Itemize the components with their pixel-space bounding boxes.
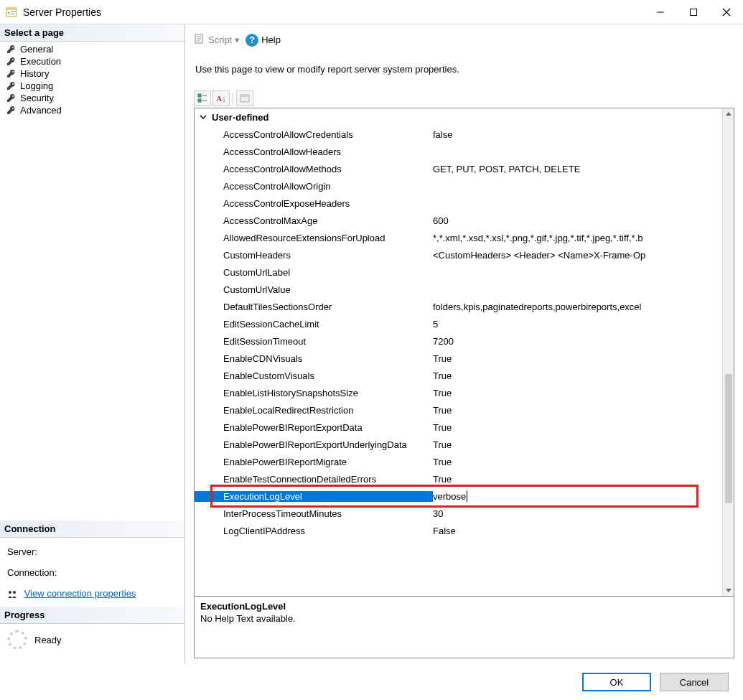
property-category-row[interactable]: User-defined (195, 108, 711, 126)
property-name: EnableCDNVisuals (195, 353, 433, 364)
property-value[interactable]: 600 (433, 215, 711, 226)
titlebar: Server Properties (0, 0, 743, 24)
property-row[interactable]: AccessControlAllowCredentialsfalse (195, 126, 711, 143)
property-row[interactable]: EnablePowerBIReportExportDataTrue (195, 419, 711, 436)
script-button[interactable]: Script ▾ (194, 33, 240, 47)
property-row[interactable]: AccessControlExposeHeaders (195, 195, 711, 212)
connection-label: Connection: (7, 567, 57, 578)
chevron-down-icon (199, 113, 207, 121)
property-row[interactable]: AllowedResourceExtensionsForUpload*,*.xm… (195, 229, 711, 246)
svg-rect-4 (11, 14, 14, 14)
property-value[interactable]: 5 (433, 319, 711, 330)
cancel-button[interactable]: Cancel (660, 673, 729, 691)
property-name: EnableLocalRedirectRestriction (195, 405, 433, 416)
close-button[interactable] (710, 0, 743, 24)
property-row[interactable]: DefaultTilesSectionsOrderfolders,kpis,pa… (195, 298, 711, 315)
property-row[interactable]: LogClientIPAddressFalse (195, 522, 711, 539)
property-row[interactable]: AccessControlAllowMethodsGET, PUT, POST,… (195, 160, 711, 177)
property-row[interactable]: AccessControlMaxAge600 (195, 212, 711, 229)
help-button[interactable]: ? Help (246, 34, 281, 47)
property-name: EnablePowerBIReportExportUnderlyingData (195, 439, 433, 450)
sidebar-page-item[interactable]: History (0, 67, 184, 80)
property-value[interactable]: folders,kpis,paginatedreports,powerbirep… (433, 302, 711, 312)
property-value[interactable]: 30 (433, 508, 711, 519)
alphabetical-button[interactable]: A↓ (212, 90, 230, 106)
wrench-icon (6, 93, 16, 103)
property-value[interactable]: True (433, 457, 711, 467)
property-row[interactable]: EnablePowerBIReportExportUnderlyingDataT… (195, 436, 711, 453)
property-value[interactable]: True (433, 422, 711, 433)
minimize-button[interactable] (644, 0, 677, 24)
property-value[interactable]: True (433, 439, 711, 450)
property-row[interactable]: EnableTestConnectionDetailedErrorsTrue (195, 470, 711, 487)
sidebar-page-item[interactable]: Logging (0, 80, 184, 92)
sidebar-page-label: Execution (20, 56, 61, 67)
property-value[interactable]: 7200 (433, 336, 711, 347)
sidebar-page-item[interactable]: Execution (0, 55, 184, 67)
select-page-header: Select a page (0, 24, 184, 42)
property-value[interactable]: *,*.xml,*.xsd,*.xsl,*.png,*.gif,*.jpg,*.… (433, 233, 711, 243)
property-row[interactable]: CustomHeaders<CustomHeaders> <Header> <N… (195, 246, 711, 263)
property-value[interactable]: False (433, 526, 711, 536)
property-row[interactable]: EnableListHistorySnapshotsSizeTrue (195, 384, 711, 401)
property-row[interactable]: EnableCDNVisualsTrue (195, 350, 711, 367)
svg-rect-15 (198, 94, 201, 97)
property-grid[interactable]: User-definedAccessControlAllowCredential… (195, 108, 722, 596)
svg-rect-20 (240, 95, 249, 97)
property-pages-button[interactable] (236, 90, 253, 106)
property-row[interactable]: EditSessionCacheLimit5 (195, 315, 711, 332)
property-row[interactable]: EnableLocalRedirectRestrictionTrue (195, 401, 711, 419)
scrollbar[interactable] (722, 108, 734, 596)
script-icon (194, 33, 205, 47)
categorized-button[interactable] (194, 90, 211, 106)
property-value[interactable]: True (433, 405, 711, 416)
page-description: Use this page to view or modify report s… (195, 64, 734, 75)
property-row[interactable]: EnableCustomVisualsTrue (195, 367, 711, 384)
svg-point-2 (8, 11, 9, 13)
ok-button[interactable]: OK (582, 673, 651, 691)
property-row[interactable]: CustomUrlValue (195, 281, 711, 298)
property-value[interactable]: <CustomHeaders> <Header> <Name>X-Frame-O… (433, 250, 711, 261)
property-row[interactable]: EnablePowerBIReportMigrateTrue (195, 453, 711, 470)
scroll-up-icon[interactable] (724, 110, 733, 118)
property-row[interactable]: ExecutionLogLevelverbose (195, 487, 711, 505)
property-name: AccessControlAllowOrigin (195, 181, 433, 192)
server-label: Server: (7, 546, 37, 557)
sidebar-page-item[interactable]: Security (0, 92, 184, 104)
view-connection-properties-link[interactable]: View connection properties (24, 588, 136, 599)
sidebar-page-item[interactable]: Advanced (0, 104, 184, 116)
wrench-icon (6, 69, 16, 79)
property-grid-toolbar: A↓ (194, 90, 734, 106)
sidebar-page-label: General (20, 44, 53, 55)
property-name: EnablePowerBIReportExportData (195, 422, 433, 433)
property-row[interactable]: EditSessionTimeout7200 (195, 332, 711, 350)
scroll-thumb[interactable] (725, 374, 732, 503)
page-list: GeneralExecutionHistoryLoggingSecurityAd… (0, 42, 184, 121)
property-value[interactable]: True (433, 370, 711, 381)
property-value[interactable]: True (433, 388, 711, 398)
property-name: CustomUrlValue (195, 284, 433, 295)
svg-rect-6 (691, 9, 697, 15)
chevron-down-icon: ▾ (235, 34, 240, 45)
property-name: AccessControlMaxAge (195, 215, 433, 226)
scroll-down-icon[interactable] (724, 586, 733, 594)
sidebar-page-item[interactable]: General (0, 43, 184, 55)
connection-block: Server: Connection: View connection prop… (0, 538, 184, 607)
property-value[interactable]: verbose (433, 490, 711, 502)
progress-status: Ready (34, 635, 62, 645)
svg-rect-1 (6, 8, 17, 10)
connection-header: Connection (0, 521, 184, 538)
property-value[interactable]: True (433, 474, 711, 485)
svg-point-10 (13, 591, 16, 594)
wrench-icon (6, 57, 16, 67)
maximize-button[interactable] (677, 0, 710, 24)
property-row[interactable]: AccessControlAllowOrigin (195, 177, 711, 195)
property-row[interactable]: InterProcessTimeoutMinutes30 (195, 505, 711, 522)
property-row[interactable]: CustomUrlLabel (195, 263, 711, 281)
property-value[interactable]: GET, PUT, POST, PATCH, DELETE (433, 164, 711, 174)
sidebar: Select a page GeneralExecutionHistoryLog… (0, 24, 185, 664)
property-row[interactable]: AccessControlAllowHeaders (195, 143, 711, 160)
property-value[interactable]: True (433, 353, 711, 364)
property-value[interactable]: false (433, 129, 711, 140)
property-name: DefaultTilesSectionsOrder (195, 302, 433, 312)
